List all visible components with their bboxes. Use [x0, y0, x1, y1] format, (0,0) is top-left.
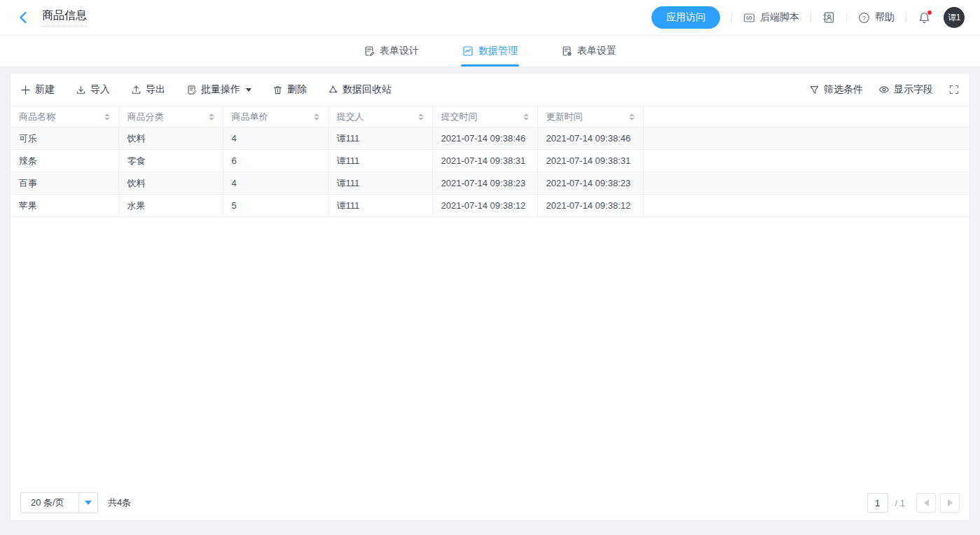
- table-zone: 商品名称商品分类商品单价提交人提交时间更新时间 可乐饮料4谭1112021-07…: [11, 106, 969, 489]
- batch-operations-button[interactable]: 批量操作: [186, 83, 251, 96]
- chevron-down-icon: [78, 493, 97, 513]
- column-header[interactable]: 提交时间: [432, 106, 537, 127]
- table-row[interactable]: 百事饮料4谭1112021-07-14 09:38:232021-07-14 0…: [11, 172, 969, 195]
- table-cell-empty: [643, 150, 969, 172]
- divider: [846, 13, 847, 22]
- notification-bell-icon[interactable]: [918, 11, 931, 25]
- next-page-button[interactable]: [940, 493, 960, 513]
- table-cell: 2021-07-14 09:38:46: [537, 127, 643, 150]
- table-row[interactable]: 可乐饮料4谭1112021-07-14 09:38:462021-07-14 0…: [11, 127, 969, 150]
- triangle-left-icon: [924, 499, 929, 506]
- table-body: 可乐饮料4谭1112021-07-14 09:38:462021-07-14 0…: [11, 127, 969, 217]
- export-label: 导出: [146, 83, 165, 96]
- sort-icon[interactable]: [104, 113, 110, 120]
- show-fields-label: 显示字段: [894, 83, 933, 96]
- page-title[interactable]: 商品信息: [42, 8, 87, 27]
- column-header-empty: [643, 106, 969, 127]
- table-row[interactable]: 辣条零食6谭1112021-07-14 09:38:312021-07-14 0…: [11, 150, 969, 172]
- table-cell: 零食: [118, 150, 223, 172]
- funnel-icon: [809, 85, 820, 95]
- page-total-label: / 1: [895, 498, 905, 508]
- data-table: 商品名称商品分类商品单价提交人提交时间更新时间 可乐饮料4谭1112021-07…: [11, 106, 969, 217]
- table-cell: 2021-07-14 09:38:23: [432, 172, 537, 195]
- backend-script-label: 后端脚本: [760, 11, 799, 24]
- table-toolbar: 新建 导入 导出: [11, 74, 969, 106]
- sort-icon[interactable]: [523, 113, 529, 120]
- fullscreen-icon[interactable]: [948, 84, 960, 95]
- column-header-label: 提交人: [337, 111, 364, 123]
- prev-page-button[interactable]: [916, 493, 936, 513]
- table-cell: 5: [223, 195, 328, 217]
- form-settings-icon: [561, 46, 572, 57]
- header-actions: 应用访问 后端脚本: [651, 6, 965, 29]
- backend-script-button[interactable]: 后端脚本: [743, 11, 799, 24]
- column-header[interactable]: 商品分类: [118, 106, 223, 127]
- table-cell: 水果: [118, 195, 223, 217]
- show-fields-button[interactable]: 显示字段: [878, 83, 933, 96]
- table-footer: 20 条/页 共4条 / 1: [11, 489, 969, 520]
- address-book-icon[interactable]: [822, 11, 835, 24]
- help-label: 帮助: [875, 11, 895, 24]
- table-cell-empty: [643, 127, 969, 150]
- export-icon: [131, 85, 142, 95]
- table-cell-empty: [643, 172, 969, 195]
- divider: [906, 13, 906, 22]
- back-icon[interactable]: [15, 8, 34, 27]
- notification-badge: [927, 10, 932, 15]
- tab-label: 表单设计: [380, 45, 419, 57]
- tab-underline: [461, 64, 519, 67]
- import-button[interactable]: 导入: [76, 83, 110, 96]
- triangle-right-icon: [948, 499, 953, 506]
- tab-form-design[interactable]: 表单设计: [362, 36, 420, 67]
- eye-icon: [878, 84, 890, 95]
- table-cell: 谭111: [328, 127, 432, 150]
- new-button[interactable]: 新建: [20, 83, 55, 96]
- tab-data-management[interactable]: 数据管理: [461, 36, 519, 67]
- chevron-down-icon: [246, 88, 251, 92]
- sort-icon[interactable]: [314, 113, 319, 120]
- page-size-value: 20 条/页: [21, 493, 78, 513]
- filter-button[interactable]: 筛选条件: [809, 83, 863, 96]
- column-header-label: 更新时间: [546, 111, 583, 123]
- app-access-button[interactable]: 应用访问: [651, 6, 720, 29]
- table-cell: 饮料: [118, 127, 223, 150]
- column-header-label: 商品单价: [232, 111, 268, 123]
- recycle-bin-button[interactable]: 数据回收站: [328, 83, 392, 96]
- page-number-input[interactable]: [867, 493, 888, 513]
- delete-button[interactable]: 删除: [272, 83, 307, 96]
- column-header[interactable]: 提交人: [328, 106, 432, 127]
- plus-icon: [20, 85, 31, 95]
- form-design-icon: [364, 46, 375, 57]
- sort-icon[interactable]: [629, 113, 635, 120]
- table-row[interactable]: 苹果水果5谭1112021-07-14 09:38:122021-07-14 0…: [11, 195, 969, 217]
- column-header[interactable]: 商品单价: [223, 106, 328, 127]
- import-icon: [76, 85, 86, 95]
- table-cell: 谭111: [328, 172, 432, 195]
- recycle-bin-label: 数据回收站: [343, 83, 392, 96]
- tab-label: 数据管理: [478, 45, 518, 57]
- table-cell: 2021-07-14 09:38:12: [537, 195, 643, 217]
- page-size-select[interactable]: 20 条/页: [20, 492, 98, 513]
- sort-icon[interactable]: [209, 113, 214, 120]
- data-management-icon: [462, 46, 474, 57]
- table-cell: 辣条: [11, 150, 118, 172]
- top-header: 商品信息 应用访问 后端脚本: [0, 0, 980, 36]
- divider: [810, 13, 811, 22]
- tab-label: 表单设置: [577, 45, 616, 57]
- table-cell: 2021-07-14 09:38:46: [432, 127, 537, 150]
- new-label: 新建: [35, 83, 55, 96]
- table-cell: 4: [223, 172, 328, 195]
- table-cell-empty: [643, 195, 969, 217]
- help-button[interactable]: ? 帮助: [858, 11, 895, 24]
- column-header-label: 提交时间: [441, 111, 478, 123]
- tab-form-settings[interactable]: 表单设置: [560, 36, 618, 67]
- toolbar-left: 新建 导入 导出: [20, 83, 392, 96]
- avatar[interactable]: 谭1: [944, 7, 965, 28]
- column-header[interactable]: 更新时间: [537, 106, 643, 127]
- batch-operations-label: 批量操作: [201, 83, 240, 96]
- sort-icon[interactable]: [418, 113, 424, 120]
- column-header[interactable]: 商品名称: [11, 106, 118, 127]
- toolbar-right: 筛选条件 显示字段: [809, 83, 960, 96]
- export-button[interactable]: 导出: [131, 83, 165, 96]
- table-cell: 4: [223, 127, 328, 150]
